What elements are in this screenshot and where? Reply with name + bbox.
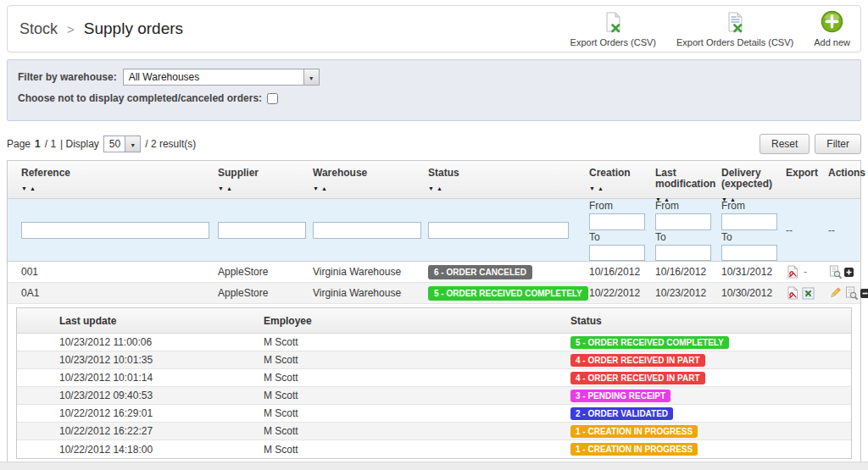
- column-header-delivery: Delivery (expected): [711, 168, 779, 198]
- details-icon[interactable]: [844, 286, 858, 300]
- status-badge: 4 - ORDER RECEIVED IN PART: [570, 354, 705, 367]
- breadcrumb: Stock > Supply orders: [19, 19, 183, 38]
- breadcrumb-stock-link[interactable]: Stock: [19, 20, 58, 38]
- export-note: -: [804, 266, 807, 278]
- top-bar: Stock > Supply orders Export Orders (CSV…: [7, 5, 861, 53]
- column-header-reference: Reference: [8, 168, 211, 198]
- collapse-icon[interactable]: [860, 289, 868, 298]
- column-header-warehouse: Warehouse: [306, 168, 421, 198]
- history-row: 10/23/2012 10:01:35 M Scott 4 - ORDER RE…: [17, 351, 851, 369]
- hide-completed-label: Choose not to display completed/canceled…: [18, 92, 262, 104]
- export-orders-csv-button[interactable]: Export Orders (CSV): [570, 11, 656, 47]
- status-badge: 6 - ORDER CANCELED: [428, 265, 532, 279]
- history-employee: M Scott: [264, 425, 570, 437]
- history-employee: M Scott: [264, 372, 570, 384]
- history-last-update: 10/22/2012 16:22:27: [17, 425, 264, 437]
- page-size-select[interactable]: 50: [103, 135, 141, 152]
- column-header-creation: Creation: [579, 168, 645, 198]
- reset-button[interactable]: Reset: [760, 134, 810, 154]
- history-last-update: 10/23/2012 10:01:35: [17, 354, 264, 366]
- export-filter-placeholder: --: [786, 224, 793, 236]
- results-count: / 2 result(s): [145, 138, 196, 150]
- status-badge: 5 - ORDER RECEIVED COMPLETELY: [428, 286, 588, 301]
- status-badge: 5 - ORDER RECEIVED COMPLETELY: [570, 336, 729, 349]
- history-last-update: 10/22/2012 14:18:00: [17, 444, 264, 456]
- history-header-row: Last update Employee Status: [17, 308, 851, 334]
- sort-arrows[interactable]: [218, 182, 306, 194]
- cell-reference: 001: [8, 266, 211, 278]
- reference-filter-input[interactable]: [21, 222, 209, 239]
- supplier-filter-input[interactable]: [218, 222, 306, 239]
- chevron-down-icon[interactable]: [303, 69, 319, 85]
- page-title: Supply orders: [84, 19, 183, 38]
- history-employee: M Scott: [264, 336, 570, 348]
- add-new-button[interactable]: Add new: [814, 10, 850, 47]
- history-employee: M Scott: [264, 390, 570, 401]
- cell-delivery-date: 10/31/2012: [711, 266, 779, 278]
- warehouse-filter-panel: Filter by warehouse: All Warehouses Choo…: [7, 59, 861, 121]
- lastmod-from-input[interactable]: [655, 213, 711, 230]
- creation-to-label: To: [589, 231, 645, 243]
- pdf-export-icon[interactable]: [786, 286, 799, 300]
- cell-delivery-date: 10/30/2012: [711, 287, 779, 299]
- warehouse-filter-input[interactable]: [313, 222, 421, 239]
- lastmod-to-label: To: [655, 231, 711, 243]
- page-total: / 1: [45, 138, 56, 150]
- filter-by-warehouse-label: Filter by warehouse:: [18, 71, 117, 83]
- sort-arrows[interactable]: [313, 182, 421, 194]
- status-badge: 4 - ORDER RECEIVED IN PART: [570, 372, 705, 384]
- export-orders-label: Export Orders (CSV): [570, 37, 656, 47]
- history-row: 10/22/2012 16:29:01 M Scott 2 - ORDER VA…: [17, 405, 851, 423]
- excel-export-icon[interactable]: [802, 287, 815, 300]
- creation-to-input[interactable]: [589, 245, 645, 262]
- order-history-panel: Last update Employee Status 10/23/2012 1…: [8, 304, 860, 466]
- delivery-from-input[interactable]: [721, 213, 777, 230]
- toolbar: Export Orders (CSV) Export Orders Detail…: [570, 10, 850, 47]
- page-footer-strip: [0, 462, 868, 470]
- status-filter-input[interactable]: [428, 222, 569, 239]
- filter-button[interactable]: Filter: [815, 134, 861, 154]
- cell-creation-date: 10/16/2012: [579, 266, 645, 278]
- history-employee: M Scott: [264, 407, 570, 419]
- add-new-icon: [821, 10, 843, 36]
- supply-orders-page: Stock > Supply orders Export Orders (CSV…: [0, 0, 868, 467]
- pdf-export-icon[interactable]: [786, 265, 799, 279]
- breadcrumb-separator: >: [67, 22, 75, 36]
- history-row: 10/22/2012 16:22:27 M Scott 1 - CREATION…: [17, 423, 851, 440]
- hide-completed-checkbox[interactable]: [267, 93, 278, 104]
- table-header-row: Reference Supplier Warehouse Status Crea…: [8, 161, 860, 199]
- table-row: 001 AppleStore Virginia Warehouse 6 - OR…: [8, 262, 860, 283]
- delivery-to-input[interactable]: [721, 245, 777, 262]
- chevron-down-icon[interactable]: [125, 136, 140, 152]
- sort-arrows[interactable]: [21, 182, 211, 194]
- sort-arrows[interactable]: [589, 182, 645, 194]
- column-header-status: Status: [421, 168, 579, 198]
- history-column-last-update: Last update: [17, 315, 264, 327]
- sort-arrows[interactable]: [428, 182, 579, 194]
- expand-icon[interactable]: [844, 268, 854, 277]
- warehouse-select[interactable]: All Warehouses: [123, 69, 320, 86]
- pagination: Page 1 / 1 | Display 50 / 2 result(s): [7, 135, 196, 152]
- cell-last-modification-date: 10/23/2012: [645, 287, 711, 299]
- edit-icon[interactable]: [828, 286, 842, 300]
- table-row: 0A1 AppleStore Virginia Warehouse 5 - OR…: [8, 283, 860, 304]
- history-last-update: 10/23/2012 11:00:06: [17, 336, 264, 348]
- cell-warehouse: Virginia Warehouse: [306, 287, 421, 299]
- cell-creation-date: 10/22/2012: [579, 287, 645, 299]
- status-badge: 2 - ORDER VALIDATED: [570, 407, 673, 420]
- export-orders-details-csv-button[interactable]: Export Orders Details (CSV): [676, 11, 793, 47]
- add-new-label: Add new: [814, 37, 850, 47]
- history-employee: M Scott: [264, 354, 570, 366]
- history-employee: M Scott: [264, 444, 570, 456]
- table-filter-row: From To From To From To -- --: [8, 199, 860, 262]
- supply-orders-table: Reference Supplier Warehouse Status Crea…: [7, 160, 861, 467]
- status-badge: 3 - PENDING RECEIPT: [570, 390, 670, 402]
- history-row: 10/23/2012 10:01:14 M Scott 4 - ORDER RE…: [17, 369, 851, 387]
- creation-from-input[interactable]: [589, 213, 645, 230]
- lastmod-to-input[interactable]: [655, 245, 711, 262]
- cell-supplier: AppleStore: [211, 266, 306, 278]
- csv-export-icon: [602, 11, 624, 36]
- pager-row: Page 1 / 1 | Display 50 / 2 result(s) Re…: [7, 134, 861, 154]
- details-icon[interactable]: [828, 265, 842, 279]
- history-column-employee: Employee: [264, 315, 570, 327]
